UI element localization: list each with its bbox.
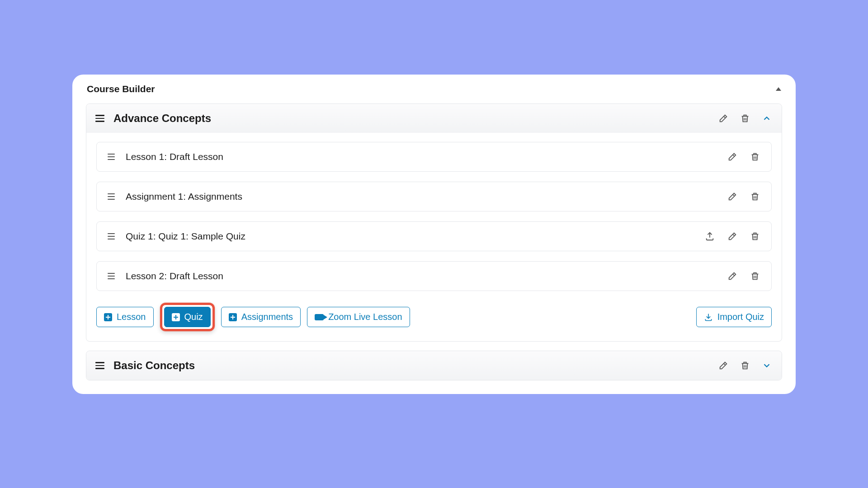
add-lesson-button[interactable]: Lesson — [96, 307, 154, 327]
drag-handle-icon[interactable] — [108, 273, 116, 279]
item-title: Lesson 1: Draft Lesson — [126, 151, 715, 162]
chevron-down-icon[interactable] — [761, 360, 773, 371]
trash-icon[interactable] — [750, 151, 760, 162]
add-assignments-button[interactable]: Assignments — [221, 307, 301, 327]
section-title: Basic Concepts — [113, 359, 708, 372]
section-body: Lesson 1: Draft Lesson Assignment 1: Ass… — [86, 133, 782, 341]
card-title: Course Builder — [87, 84, 155, 94]
card-header: Course Builder — [86, 84, 782, 100]
drag-handle-icon[interactable] — [95, 362, 105, 369]
trash-icon[interactable] — [750, 191, 760, 202]
button-label: Assignments — [241, 312, 293, 322]
item-title: Lesson 2: Draft Lesson — [126, 271, 715, 282]
drag-handle-icon[interactable] — [108, 193, 116, 200]
course-builder-card: Course Builder Advance Concepts Lesson 1… — [72, 75, 796, 394]
content-item-row: Quiz 1: Quiz 1: Sample Quiz — [96, 221, 772, 251]
trash-icon[interactable] — [750, 271, 760, 282]
plus-icon — [229, 313, 237, 321]
edit-icon[interactable] — [717, 360, 729, 371]
import-quiz-button[interactable]: Import Quiz — [696, 307, 772, 327]
drag-handle-icon[interactable] — [108, 154, 116, 160]
edit-icon[interactable] — [727, 271, 738, 282]
action-bar: Lesson Quiz Assignments Zoom Live Lesson — [96, 303, 772, 331]
item-title: Quiz 1: Quiz 1: Sample Quiz — [126, 231, 693, 242]
section-basic-concepts: Basic Concepts — [86, 351, 782, 380]
section-title: Advance Concepts — [113, 112, 708, 125]
section-header: Basic Concepts — [86, 351, 782, 380]
plus-icon — [172, 313, 180, 321]
drag-handle-icon[interactable] — [95, 115, 105, 122]
add-quiz-button[interactable]: Quiz — [164, 307, 211, 327]
section-advance-concepts: Advance Concepts Lesson 1: Draft Lesson — [86, 103, 782, 342]
edit-icon[interactable] — [727, 151, 738, 162]
edit-icon[interactable] — [717, 113, 729, 124]
edit-icon[interactable] — [727, 191, 738, 202]
content-item-row: Assignment 1: Assignments — [96, 182, 772, 211]
section-header: Advance Concepts — [86, 104, 782, 133]
button-label: Quiz — [184, 312, 203, 322]
edit-icon[interactable] — [727, 231, 738, 242]
trash-icon[interactable] — [739, 113, 751, 124]
trash-icon[interactable] — [750, 231, 760, 242]
item-title: Assignment 1: Assignments — [126, 191, 715, 202]
add-zoom-button[interactable]: Zoom Live Lesson — [307, 307, 410, 327]
drag-handle-icon[interactable] — [108, 233, 116, 239]
chevron-up-icon[interactable] — [761, 113, 773, 124]
content-item-row: Lesson 1: Draft Lesson — [96, 142, 772, 172]
trash-icon[interactable] — [739, 360, 751, 371]
export-icon[interactable] — [704, 231, 715, 242]
download-icon — [704, 313, 713, 322]
highlight-annotation: Quiz — [160, 303, 215, 331]
button-label: Zoom Live Lesson — [328, 312, 402, 322]
card-collapse-toggle[interactable] — [776, 87, 781, 91]
button-label: Import Quiz — [717, 312, 764, 322]
video-icon — [315, 314, 324, 320]
plus-icon — [104, 313, 112, 321]
content-item-row: Lesson 2: Draft Lesson — [96, 261, 772, 291]
button-label: Lesson — [117, 312, 146, 322]
